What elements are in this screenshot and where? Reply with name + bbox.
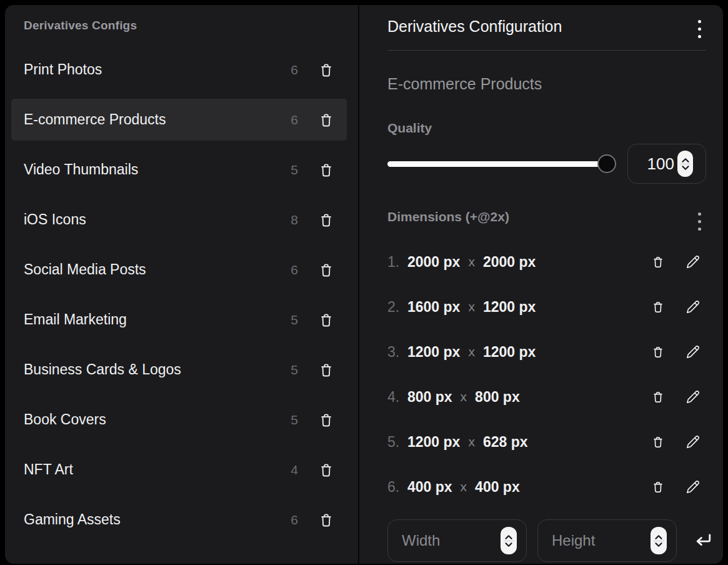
- config-list-item[interactable]: Gaming Assets 6: [11, 499, 347, 541]
- edit-dimension-button[interactable]: [686, 390, 700, 404]
- dimension-row: 2. 1600 px x 1200 px: [387, 284, 706, 329]
- dimension-width-value: 1200 px: [407, 344, 460, 361]
- delete-dimension-button[interactable]: [651, 300, 665, 314]
- dimension-row-number: 4.: [387, 389, 407, 406]
- width-spinner-stepper[interactable]: [501, 527, 517, 554]
- trash-icon: [318, 162, 334, 178]
- config-name: Book Covers: [24, 411, 106, 428]
- dimension-separator: x: [468, 434, 475, 449]
- delete-config-button[interactable]: [318, 162, 334, 178]
- return-enter-icon: [692, 529, 715, 552]
- quality-label: Quality: [387, 120, 706, 136]
- quality-spinner-stepper[interactable]: [677, 151, 693, 177]
- kebab-dot: [698, 28, 701, 31]
- kebab-dot: [698, 35, 701, 38]
- dimension-row-number: 6.: [387, 479, 407, 496]
- delete-dimension-button[interactable]: [651, 435, 665, 449]
- trash-icon: [318, 362, 334, 378]
- delete-config-button[interactable]: [318, 112, 334, 128]
- delete-config-button[interactable]: [318, 212, 334, 228]
- delete-dimension-button[interactable]: [651, 255, 665, 269]
- edit-dimension-button[interactable]: [686, 255, 700, 269]
- delete-config-button[interactable]: [318, 412, 334, 428]
- height-spinner-stepper[interactable]: [651, 527, 667, 554]
- dimension-width-value: 1600 px: [407, 299, 460, 316]
- trash-icon: [318, 462, 334, 478]
- edit-dimension-button[interactable]: [686, 435, 700, 449]
- delete-config-button[interactable]: [318, 62, 334, 78]
- config-list-item[interactable]: Video Thumbnails 5: [11, 149, 347, 191]
- submit-dimension-button[interactable]: [692, 529, 715, 552]
- pencil-icon: [686, 435, 700, 449]
- trash-icon: [651, 390, 665, 404]
- dimension-separator: x: [468, 254, 475, 269]
- config-derivative-count: 6: [291, 512, 298, 528]
- dimension-height-value: 2000 px: [483, 254, 536, 271]
- trash-icon: [318, 312, 334, 328]
- config-list-item[interactable]: NFT Art 4: [11, 449, 347, 491]
- config-menu-button[interactable]: [693, 16, 706, 42]
- pencil-icon: [686, 390, 700, 404]
- quality-slider-thumb[interactable]: [597, 154, 616, 173]
- config-list-item[interactable]: Email Marketing 5: [11, 299, 347, 341]
- config-list-item[interactable]: Book Covers 5: [11, 399, 347, 441]
- config-name: Email Marketing: [24, 311, 127, 328]
- config-derivative-count: 8: [291, 212, 298, 228]
- dimension-separator: x: [468, 344, 475, 359]
- delete-dimension-button[interactable]: [651, 390, 665, 404]
- delete-config-button[interactable]: [318, 312, 334, 328]
- chevron-down-icon: [654, 542, 663, 548]
- dimension-row-number: 1.: [387, 254, 407, 271]
- config-name: NFT Art: [24, 461, 73, 478]
- config-derivative-count: 5: [291, 312, 298, 328]
- height-input-box: [537, 519, 677, 562]
- dimension-separator: x: [461, 479, 467, 494]
- chevron-up-icon: [681, 158, 690, 163]
- pencil-icon: [686, 345, 700, 359]
- config-name: Video Thumbnails: [24, 161, 138, 178]
- delete-dimension-button[interactable]: [651, 345, 665, 359]
- config-list-item[interactable]: Print Photos 6: [11, 49, 347, 91]
- config-name: E-commerce Products: [24, 111, 166, 128]
- config-list-item[interactable]: E-commerce Products 6: [11, 99, 347, 141]
- quality-value-input[interactable]: [641, 154, 674, 174]
- dimensions-menu-button[interactable]: [693, 209, 706, 234]
- chevron-down-icon: [681, 165, 690, 171]
- dimension-width-value: 800 px: [407, 389, 452, 406]
- derivatives-window: Derivatives Configs Print Photos 6 E-com…: [5, 5, 723, 564]
- spinner-divider: [654, 541, 664, 541]
- delete-config-button[interactable]: [318, 512, 334, 528]
- config-name: Social Media Posts: [24, 261, 146, 278]
- quality-slider[interactable]: [387, 154, 616, 174]
- quality-stepper: [627, 144, 706, 184]
- config-list-item[interactable]: iOS Icons 8: [11, 199, 347, 241]
- width-input[interactable]: [402, 532, 496, 549]
- kebab-dot: [698, 228, 701, 231]
- dimension-height-value: 1200 px: [483, 299, 536, 316]
- config-detail-pane: Derivatives Configuration E-commerce Pro…: [359, 5, 723, 564]
- edit-dimension-button[interactable]: [686, 345, 700, 359]
- configs-sidebar: Derivatives Configs Print Photos 6 E-com…: [5, 5, 358, 564]
- trash-icon: [318, 512, 334, 528]
- quality-slider-track: [387, 161, 607, 167]
- delete-config-button[interactable]: [318, 462, 334, 478]
- edit-dimension-button[interactable]: [686, 480, 700, 494]
- dimension-width-value: 1200 px: [407, 434, 460, 451]
- edit-dimension-button[interactable]: [686, 300, 700, 314]
- height-input[interactable]: [552, 532, 646, 549]
- dimension-row: 1. 2000 px x 2000 px: [387, 239, 706, 284]
- delete-config-button[interactable]: [318, 362, 334, 378]
- sidebar-title: Derivatives Configs: [24, 19, 347, 32]
- config-list-item[interactable]: Business Cards & Logos 5: [11, 349, 347, 391]
- dimension-height-value: 800 px: [475, 389, 520, 406]
- dimension-row: 5. 1200 px x 628 px: [387, 419, 706, 464]
- config-name: Business Cards & Logos: [24, 361, 181, 378]
- config-derivative-count: 5: [291, 162, 298, 178]
- config-list-item[interactable]: Social Media Posts 6: [11, 249, 347, 291]
- delete-dimension-button[interactable]: [651, 480, 665, 494]
- width-input-box: [387, 519, 527, 562]
- delete-config-button[interactable]: [318, 262, 334, 278]
- trash-icon: [318, 212, 334, 228]
- pencil-icon: [686, 480, 700, 494]
- config-derivative-count: 5: [291, 412, 298, 428]
